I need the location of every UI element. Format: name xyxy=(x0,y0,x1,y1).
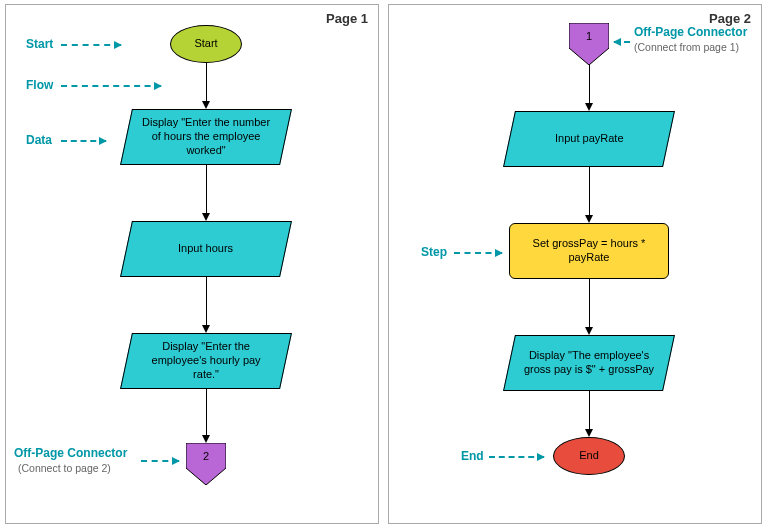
arrow-6 xyxy=(589,167,590,217)
d3-text: Display "Enter the employee's hourly pay… xyxy=(127,336,285,385)
anno-end: End xyxy=(461,449,484,463)
d4-text: Input payRate xyxy=(545,128,634,150)
anno-offpage1-sub: (Connect to page 2) xyxy=(18,462,111,474)
step-set-grosspay: Set grossPay = hours * payRate xyxy=(509,223,669,279)
end-label: End xyxy=(579,449,599,463)
d1-text: Display "Enter the number of hours the e… xyxy=(127,112,285,161)
arrow-6-head xyxy=(585,215,593,223)
start-label: Start xyxy=(194,37,217,51)
arrow-8-head xyxy=(585,429,593,437)
data-input-hours: Input hours xyxy=(120,221,292,277)
page-2-panel: Page 2 1 Input payRate Set grossPay = ho… xyxy=(388,4,762,524)
data-input-payrate: Input payRate xyxy=(503,111,675,167)
arrow-5 xyxy=(589,65,590,105)
arrow-2 xyxy=(206,165,207,215)
step1-text: Set grossPay = hours * payRate xyxy=(510,233,668,269)
anno-step: Step xyxy=(421,245,447,259)
anno-data-arrow xyxy=(61,140,106,142)
anno-flow: Flow xyxy=(26,78,53,92)
anno-offpage1: Off-Page Connector xyxy=(14,446,127,460)
offpage-connector-out: 2 xyxy=(186,443,226,485)
arrow-1 xyxy=(206,63,207,103)
arrow-1-head xyxy=(202,101,210,109)
arrow-7-head xyxy=(585,327,593,335)
page-1-panel: Page 1 Start Display "Enter the number o… xyxy=(5,4,379,524)
d5-text: Display "The employee's gross pay is $" … xyxy=(510,345,668,381)
offpage-connector-in: 1 xyxy=(569,23,609,65)
anno-start: Start xyxy=(26,37,53,51)
offpage-in-label: 1 xyxy=(569,30,609,42)
arrow-7 xyxy=(589,279,590,329)
anno-step-arrow xyxy=(454,252,502,254)
end-terminal: End xyxy=(553,437,625,475)
anno-offpage1-arrow xyxy=(141,460,179,462)
data-display-grosspay: Display "The employee's gross pay is $" … xyxy=(503,335,675,391)
d2-text: Input hours xyxy=(168,238,243,260)
data-display-enter-hours: Display "Enter the number of hours the e… xyxy=(120,109,292,165)
arrow-3-head xyxy=(202,325,210,333)
arrow-3 xyxy=(206,277,207,327)
page-2-title: Page 2 xyxy=(709,11,751,26)
anno-offpage2-sub: (Connect from page 1) xyxy=(634,41,739,53)
anno-data: Data xyxy=(26,133,52,147)
data-display-enter-rate: Display "Enter the employee's hourly pay… xyxy=(120,333,292,389)
offpage-out-label: 2 xyxy=(186,450,226,462)
arrow-8 xyxy=(589,391,590,431)
arrow-4-head xyxy=(202,435,210,443)
arrow-4 xyxy=(206,389,207,437)
arrow-5-head xyxy=(585,103,593,111)
page-1-title: Page 1 xyxy=(326,11,368,26)
anno-start-arrow xyxy=(61,44,121,46)
anno-flow-arrow xyxy=(61,85,161,87)
anno-end-arrow xyxy=(489,456,544,458)
anno-offpage2: Off-Page Connector xyxy=(634,25,747,39)
anno-offpage2-arrow xyxy=(614,41,630,43)
start-terminal: Start xyxy=(170,25,242,63)
arrow-2-head xyxy=(202,213,210,221)
